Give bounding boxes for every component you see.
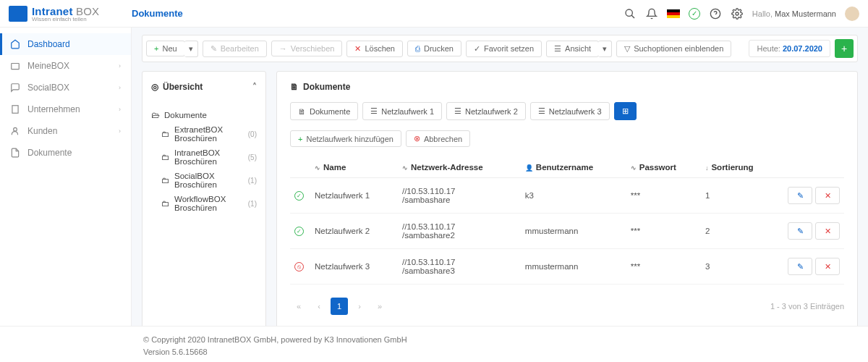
edit-row-button[interactable]: ✎: [788, 258, 812, 275]
delete-row-button[interactable]: ✕: [815, 258, 840, 275]
edit-row-button[interactable]: ✎: [788, 187, 812, 204]
x-icon: ✕: [825, 227, 831, 236]
list-icon: ☰: [454, 106, 461, 116]
sidebar-item-dokumente[interactable]: Dokumente: [0, 142, 131, 164]
doc-icon: [10, 148, 20, 158]
greeting: Hallo, Max Mustermann: [752, 9, 836, 18]
pencil-icon: ✎: [210, 44, 217, 54]
box-icon: [10, 61, 20, 71]
cell-name: Netzlaufwerk 3: [310, 249, 398, 285]
cell-password: ***: [626, 249, 701, 285]
avatar[interactable]: [845, 7, 859, 21]
tab-netzlaufwerk-2[interactable]: ☰Netzlaufwerk 2: [446, 102, 526, 120]
tree-folder[interactable]: 🗀SocialBOX Broschüren(1): [151, 169, 257, 192]
cell-user: mmustermann: [521, 249, 626, 285]
tab-grid-view[interactable]: ⊞: [614, 102, 637, 120]
check-icon: ✓: [474, 44, 480, 54]
doc-header: 🗎 Dokumente: [290, 82, 844, 92]
chat-icon: [10, 83, 20, 93]
sidebar-item-label: Kunden: [27, 126, 57, 136]
col-name[interactable]: ∿Name: [310, 157, 398, 178]
tree-folder[interactable]: 🗀IntranetBOX Broschüren(5): [151, 146, 257, 169]
target-icon: ◎: [151, 82, 158, 92]
pager-prev[interactable]: ‹: [310, 298, 328, 315]
folder-icon: 🗀: [161, 153, 170, 161]
date-pill: Heute: 20.07.2020: [749, 40, 830, 57]
page-title: Dokumente: [132, 8, 183, 19]
tree-folder[interactable]: 🗀WorkflowBOX Broschüren(1): [151, 192, 257, 215]
document-icon: 🗎: [290, 82, 299, 92]
gear-icon[interactable]: [731, 7, 744, 20]
view-button[interactable]: ☰Ansicht: [546, 41, 599, 57]
tree-folder[interactable]: 🗀ExtranetBOX Broschüren(0): [151, 122, 257, 146]
cell-address: //10.53.110.17 /sambashare2: [398, 214, 521, 249]
tree-header[interactable]: ◎ Übersicht ˄: [151, 82, 257, 101]
documents-panel: 🗎 Dokumente 🗎Dokumente☰Netzlaufwerk 1☰Ne…: [276, 71, 858, 326]
add-drive-button[interactable]: +Netzlaufwerk hinzufügen: [290, 130, 401, 147]
list-icon: ☰: [554, 44, 561, 54]
col-address[interactable]: ∿Netzwerk-Adresse: [398, 157, 521, 178]
version: Version 5.6.15668: [143, 346, 858, 358]
cell-user: mmustermann: [521, 214, 626, 249]
status-ok-icon: ✓: [294, 227, 304, 236]
sidebar: DashboardMeineBOX›SocialBOX›Unternehmen›…: [0, 28, 132, 326]
table-row: ✓ Netzlaufwerk 2 //10.53.110.17 /sambash…: [290, 214, 844, 249]
bell-icon[interactable]: [645, 7, 658, 20]
pager-last[interactable]: »: [371, 298, 388, 315]
cancel-button[interactable]: ⊗Abbrechen: [406, 130, 470, 147]
sidebar-item-unternehmen[interactable]: Unternehmen›: [0, 98, 131, 120]
col-sort[interactable]: ↓Sortierung: [701, 157, 779, 178]
tab-netzlaufwerk-1[interactable]: ☰Netzlaufwerk 1: [362, 102, 442, 120]
cell-user: k3: [521, 178, 626, 214]
tab-netzlaufwerk-3[interactable]: ☰Netzlaufwerk 3: [530, 102, 610, 120]
new-button[interactable]: +Neu: [146, 41, 185, 56]
pager-next[interactable]: ›: [351, 298, 368, 315]
cell-password: ***: [626, 214, 701, 249]
delete-button[interactable]: ✕Löschen: [346, 41, 403, 57]
search-options-button[interactable]: ▽Suchoptionen einblenden: [616, 41, 731, 57]
filter-icon: ▽: [624, 44, 630, 54]
delete-row-button[interactable]: ✕: [815, 222, 840, 240]
folder-count: (5): [248, 153, 257, 161]
tab-dokumente[interactable]: 🗎Dokumente: [290, 102, 358, 120]
edit-button[interactable]: ✎Bearbeiten: [203, 41, 267, 57]
pencil-square-icon: ✎: [797, 191, 804, 201]
favorite-button[interactable]: ✓Favorit setzen: [466, 41, 542, 57]
new-dropdown[interactable]: ▾: [184, 41, 198, 57]
cell-sort: 1: [701, 178, 779, 214]
logo[interactable]: Intranet BOX Wissen einfach teilen: [9, 5, 132, 22]
sidebar-item-socialbox[interactable]: SocialBOX›: [0, 77, 131, 98]
pencil-square-icon: ✎: [797, 262, 804, 272]
edit-row-button[interactable]: ✎: [788, 222, 812, 240]
col-password[interactable]: ∿Passwort: [626, 157, 701, 178]
user-icon: [10, 126, 20, 136]
user-icon: 👤: [525, 164, 533, 172]
status-ok-icon[interactable]: ✓: [689, 8, 700, 20]
sidebar-item-meinebox[interactable]: MeineBOX›: [0, 55, 131, 77]
print-button[interactable]: ⎙Drucken: [407, 41, 461, 56]
table-row: ✓ Netzlaufwerk 1 //10.53.110.17 /sambash…: [290, 178, 844, 214]
home-icon: [10, 39, 20, 49]
copyright: © Copyright 2020 IntranetBOX GmbH, power…: [143, 334, 858, 346]
delete-row-button[interactable]: ✕: [815, 187, 840, 204]
sort-icon: ∿: [631, 164, 637, 172]
tree-root[interactable]: 🗁 Dokumente: [151, 108, 257, 122]
move-button[interactable]: →Verschieben: [271, 41, 343, 56]
sidebar-item-label: Unternehmen: [27, 104, 80, 114]
x-circle-icon: ⊗: [414, 134, 420, 143]
search-icon[interactable]: [624, 7, 637, 20]
sidebar-item-kunden[interactable]: Kunden›: [0, 120, 131, 142]
view-dropdown[interactable]: ▾: [598, 41, 612, 57]
help-icon[interactable]: [709, 7, 722, 20]
pager-first[interactable]: «: [290, 298, 307, 315]
pager-page-1[interactable]: 1: [331, 298, 348, 315]
sidebar-item-dashboard[interactable]: Dashboard: [0, 33, 131, 55]
pager-info: 1 - 3 von 3 Einträgen: [770, 302, 844, 311]
col-user[interactable]: 👤Benutzername: [521, 157, 626, 178]
chevron-right-icon: ›: [119, 127, 121, 135]
building-icon: [10, 104, 20, 114]
sidebar-item-label: MeineBOX: [27, 61, 69, 71]
flag-de[interactable]: [667, 9, 680, 18]
list-icon: ☰: [370, 106, 378, 116]
add-widget-button[interactable]: +: [835, 39, 854, 58]
